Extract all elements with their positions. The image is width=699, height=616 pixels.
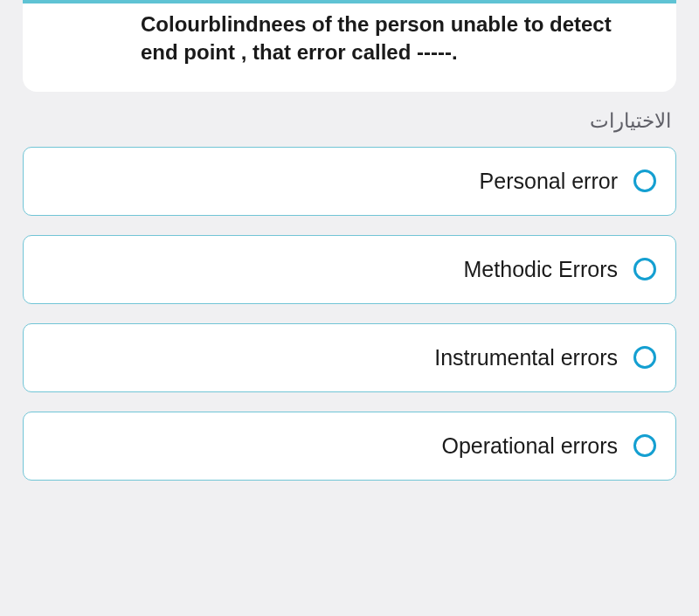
question-card: Colourblindnees of the person unable to …	[23, 0, 676, 92]
radio-icon	[633, 170, 656, 192]
option-methodic-errors[interactable]: Methodic Errors	[23, 235, 676, 304]
option-label: Methodic Errors	[464, 257, 618, 282]
question-text: Colourblindnees of the person unable to …	[58, 10, 641, 67]
option-personal-error[interactable]: Personal error	[23, 147, 676, 216]
option-label: Instrumental errors	[434, 345, 618, 370]
radio-icon	[633, 258, 656, 280]
choices-section: الاختيارات Personal error Methodic Error…	[0, 92, 699, 481]
option-label: Operational errors	[442, 433, 618, 459]
option-instrumental-errors[interactable]: Instrumental errors	[23, 323, 676, 392]
option-label: Personal error	[480, 169, 618, 194]
radio-icon	[633, 346, 656, 369]
radio-icon	[633, 434, 656, 457]
option-operational-errors[interactable]: Operational errors	[23, 412, 676, 481]
choices-label: الاختيارات	[23, 109, 676, 133]
